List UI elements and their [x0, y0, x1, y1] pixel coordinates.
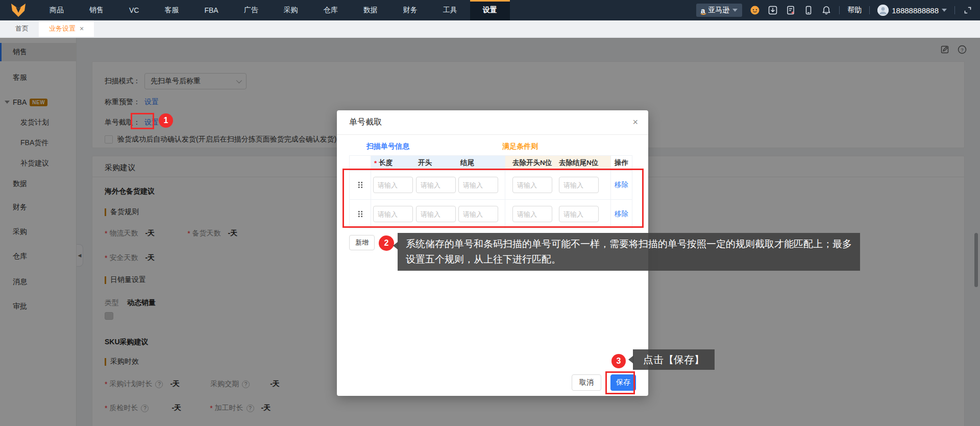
add-rule-button[interactable]: 新增 — [349, 235, 375, 250]
tab-business-settings-label: 业务设置 — [49, 24, 76, 33]
annotation-step-2: 2 — [379, 235, 394, 251]
marketplace-label: 亚马逊 — [708, 6, 729, 15]
drag-column-header — [350, 156, 371, 170]
divider — [954, 6, 955, 14]
close-icon[interactable]: × — [632, 117, 638, 127]
nav-item-tools[interactable]: 工具 — [430, 0, 470, 20]
fox-logo-icon — [10, 3, 27, 18]
page-tab-bar: 首页 业务设置 × — [0, 20, 980, 37]
nav-item-purchase[interactable]: 采购 — [271, 0, 311, 20]
nav-item-ads[interactable]: 广告 — [231, 0, 271, 20]
annotation-box-set-link — [131, 113, 154, 129]
nav-item-settings[interactable]: 设置 — [470, 0, 510, 20]
col-start-label: 开头 — [418, 158, 432, 168]
order-add-icon[interactable] — [786, 5, 796, 15]
divider — [839, 6, 840, 14]
divider — [869, 6, 870, 14]
tab-home-label: 首页 — [15, 24, 29, 33]
nav-item-vc[interactable]: VC — [116, 0, 152, 20]
marketplace-switcher[interactable]: a 亚马逊 — [696, 4, 742, 17]
nav-item-sales[interactable]: 销售 — [77, 0, 116, 20]
annotation-step-1: 1 — [159, 113, 173, 128]
annotation-tooltip-save: 点击【保存】 — [633, 349, 715, 370]
amazon-logo-icon: a — [701, 6, 705, 15]
annotation-box-rule-rows — [342, 169, 644, 228]
top-nav-bar: 商品 销售 VC 客服 FBA 广告 采购 仓库 数据 财务 工具 设置 a 亚… — [0, 0, 980, 20]
annotation-step-3: 3 — [611, 354, 626, 368]
nav-item-warehouse[interactable]: 仓库 — [311, 0, 351, 20]
rules-table-header: *长度 开头 结尾 去除开头N位 去除结尾N位 操作 — [350, 156, 632, 170]
nav-item-fba[interactable]: FBA — [191, 0, 231, 20]
account-menu[interactable]: 18888888888 — [877, 5, 947, 16]
modal-title: 单号截取 — [349, 117, 382, 128]
col-length-header: *长度 — [371, 156, 415, 170]
main-nav: 商品 销售 VC 客服 FBA 广告 采购 仓库 数据 财务 工具 设置 — [37, 0, 510, 20]
col-remove-end-label: 去除结尾N位 — [559, 158, 598, 168]
nav-item-data[interactable]: 数据 — [351, 0, 390, 20]
nav-item-products[interactable]: 商品 — [37, 0, 77, 20]
mobile-app-icon[interactable] — [803, 5, 814, 15]
col-end-label: 结尾 — [460, 158, 474, 168]
tab-home[interactable]: 首页 — [5, 20, 39, 37]
account-phone: 18888888888 — [892, 6, 939, 15]
scan-info-group-label: 扫描单号信息 — [366, 142, 409, 151]
nav-item-finance[interactable]: 财务 — [390, 0, 430, 20]
chevron-down-icon — [732, 9, 738, 12]
col-length-label: 长度 — [379, 158, 393, 168]
column-group-labels: 扫描单号信息 满足条件则 — [337, 142, 648, 152]
annotation-box-save-button — [605, 371, 635, 394]
col-remove-start-label: 去除开头N位 — [512, 158, 552, 168]
col-action-label: 操作 — [615, 158, 628, 168]
customer-service-icon[interactable] — [750, 5, 760, 15]
help-link[interactable]: 帮助 — [847, 6, 862, 15]
cancel-button[interactable]: 取消 — [572, 374, 601, 391]
close-icon[interactable]: × — [80, 25, 84, 33]
tab-business-settings[interactable]: 业务设置 × — [39, 20, 94, 37]
avatar — [877, 5, 889, 16]
nav-item-service[interactable]: 客服 — [152, 0, 191, 20]
col-end-header: 结尾 — [457, 156, 505, 170]
condition-group-label: 满足条件则 — [502, 142, 538, 151]
required-mark: * — [374, 159, 377, 167]
chevron-down-icon — [942, 9, 947, 12]
col-start-header: 开头 — [415, 156, 457, 170]
col-action-header: 操作 — [610, 156, 632, 170]
notification-bell-icon[interactable] — [821, 5, 831, 15]
app-logo[interactable] — [0, 0, 37, 20]
fullscreen-icon[interactable] — [963, 5, 973, 15]
col-remove-end-header: 去除结尾N位 — [556, 156, 610, 170]
topbar-right-cluster: a 亚马逊 帮助 18888888888 — [696, 0, 980, 20]
col-remove-start-header: 去除开头N位 — [505, 156, 556, 170]
modal-header: 单号截取 — [337, 110, 648, 135]
download-icon[interactable] — [768, 5, 778, 15]
annotation-tooltip-rules: 系统储存的单号和条码扫描的单号可能不一样，需要将扫描的单号按照一定的规则截取才能… — [398, 233, 860, 271]
